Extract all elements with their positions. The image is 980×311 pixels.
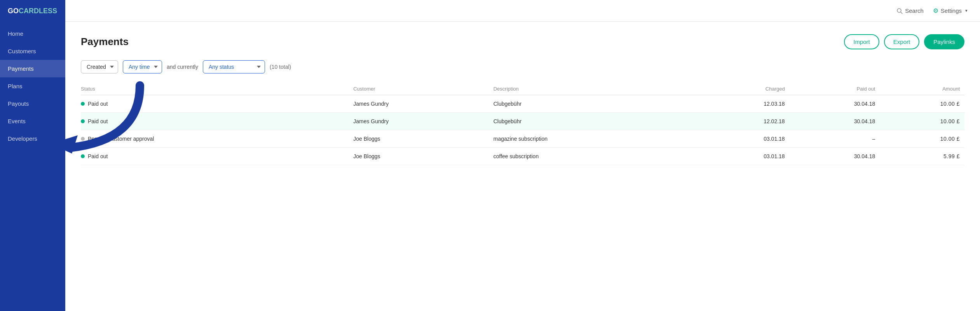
cell-description-0: Clubgebühr [493, 95, 699, 113]
cell-charged-2: 03.01.18 [699, 130, 790, 148]
sidebar: Home Customers Payments Plans Payouts Ev… [0, 22, 65, 311]
table-header: Status Customer Description Charged Paid… [81, 83, 964, 95]
table-row[interactable]: Paid out Joe Bloggs coffee subscription … [81, 148, 964, 165]
logo-go: GO [8, 7, 19, 15]
cell-customer-3: Joe Bloggs [353, 148, 493, 165]
sidebar-item-home[interactable]: Home [0, 25, 65, 42]
status-dot-0 [81, 102, 85, 106]
cell-paid-out-1: 30.04.18 [790, 113, 880, 130]
search-icon [896, 8, 903, 14]
sidebar-item-payments[interactable]: Payments [0, 60, 65, 77]
cell-charged-0: 12.03.18 [699, 95, 790, 113]
cell-amount-3: 5.99 £ [880, 148, 964, 165]
status-dot-1 [81, 119, 85, 123]
cell-description-2: magazine subscription [493, 130, 699, 148]
col-charged: Charged [699, 83, 790, 95]
cell-paid-out-2: – [790, 130, 880, 148]
cell-paid-out-0: 30.04.18 [790, 95, 880, 113]
gear-icon: ⚙ [933, 7, 938, 14]
table-body: Paid out James Gundry Clubgebühr 12.03.1… [81, 95, 964, 165]
status-text-0: Paid out [88, 101, 108, 107]
status-text-1: Paid out [88, 118, 108, 124]
topbar: GOCARDLESS Search ⚙ Settings ▾ [0, 0, 980, 22]
cell-status-0: Paid out [81, 95, 353, 113]
cell-charged-3: 03.01.18 [699, 148, 790, 165]
export-button[interactable]: Export [884, 34, 919, 49]
and-currently-label: and currently [167, 64, 198, 70]
status-filter[interactable]: Any status [203, 60, 265, 73]
col-amount: Amount [880, 83, 964, 95]
settings-label: Settings [941, 7, 962, 14]
table-row[interactable]: Paid out James Gundry Clubgebühr 12.02.1… [81, 113, 964, 130]
payments-table: Status Customer Description Charged Paid… [81, 83, 964, 165]
header-buttons: Import Export Paylinks [844, 34, 964, 49]
svg-line-1 [901, 12, 902, 14]
anytime-filter[interactable]: Any time [123, 60, 162, 73]
cell-amount-2: 10.00 £ [880, 130, 964, 148]
filters-bar: Created Any time and currently Any statu… [81, 60, 964, 73]
col-customer: Customer [353, 83, 493, 95]
logo-cardless: CARDLESS [19, 7, 57, 15]
sidebar-item-events[interactable]: Events [0, 112, 65, 130]
col-status: Status [81, 83, 353, 95]
paylinks-button[interactable]: Paylinks [924, 34, 964, 49]
cell-paid-out-3: 30.04.18 [790, 148, 880, 165]
main-layout: Home Customers Payments Plans Payouts Ev… [0, 22, 980, 311]
sidebar-item-plans[interactable]: Plans [0, 77, 65, 95]
status-dot-2 [81, 137, 85, 141]
cell-amount-1: 10.00 £ [880, 113, 964, 130]
table-row[interactable]: Paid out James Gundry Clubgebühr 12.03.1… [81, 95, 964, 113]
filter-total: (10 total) [270, 64, 291, 70]
topbar-actions: Search ⚙ Settings ▾ [896, 7, 968, 14]
col-paid-out: Paid out [790, 83, 880, 95]
created-filter[interactable]: Created [81, 60, 118, 73]
status-text-2: Pending customer approval [88, 136, 154, 142]
cell-amount-0: 10.00 £ [880, 95, 964, 113]
sidebar-nav: Home Customers Payments Plans Payouts Ev… [0, 22, 65, 147]
cell-description-3: coffee subscription [493, 148, 699, 165]
status-dot-3 [81, 154, 85, 158]
page-header: Payments Import Export Paylinks [81, 34, 964, 49]
cell-status-1: Paid out [81, 113, 353, 130]
cell-customer-2: Joe Bloggs [353, 130, 493, 148]
table-row[interactable]: Pending customer approval Joe Bloggs mag… [81, 130, 964, 148]
chevron-down-icon: ▾ [965, 8, 968, 13]
cell-status-2: Pending customer approval [81, 130, 353, 148]
logo: GOCARDLESS [8, 7, 57, 15]
search-label: Search [905, 7, 924, 14]
cell-customer-0: James Gundry [353, 95, 493, 113]
cell-customer-1: James Gundry [353, 113, 493, 130]
search-button[interactable]: Search [896, 7, 924, 14]
cell-status-3: Paid out [81, 148, 353, 165]
sidebar-item-customers[interactable]: Customers [0, 42, 65, 60]
cell-description-1: Clubgebühr [493, 113, 699, 130]
cell-charged-1: 12.02.18 [699, 113, 790, 130]
page-title: Payments [81, 36, 129, 48]
settings-button[interactable]: ⚙ Settings ▾ [933, 7, 968, 14]
col-description: Description [493, 83, 699, 95]
status-text-3: Paid out [88, 153, 108, 159]
sidebar-item-developers[interactable]: Developers [0, 130, 65, 147]
import-button[interactable]: Import [844, 34, 879, 49]
sidebar-item-payouts[interactable]: Payouts [0, 95, 65, 112]
main-content: Payments Import Export Paylinks Created … [65, 22, 980, 311]
